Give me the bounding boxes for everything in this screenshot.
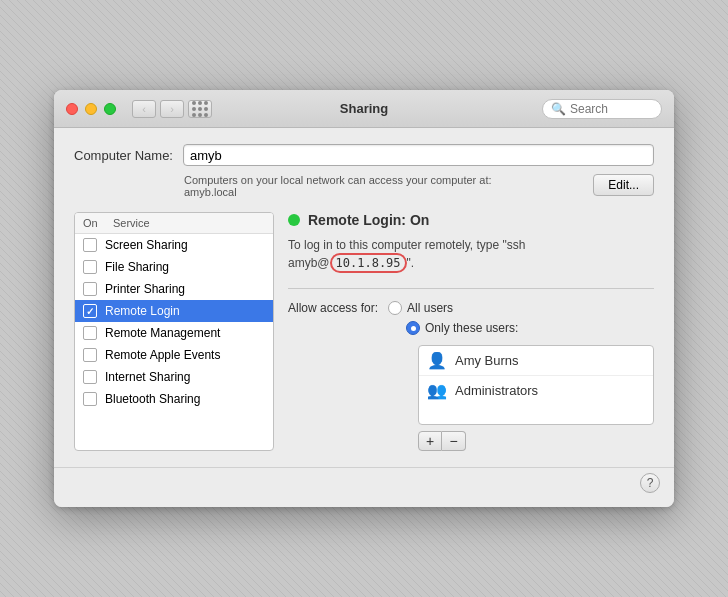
- computer-name-label: Computer Name:: [74, 148, 173, 163]
- radio-all-users-btn[interactable]: [388, 301, 402, 315]
- search-box[interactable]: 🔍: [542, 99, 662, 119]
- close-button[interactable]: [66, 103, 78, 115]
- help-button[interactable]: ?: [640, 473, 660, 493]
- service-item-printer-sharing[interactable]: Printer Sharing: [75, 278, 273, 300]
- radio-only-users-btn[interactable]: [406, 321, 420, 335]
- users-controls: + −: [418, 431, 654, 451]
- file-sharing-label: File Sharing: [105, 260, 169, 274]
- edit-button[interactable]: Edit...: [593, 174, 654, 196]
- internet-sharing-checkbox[interactable]: [83, 370, 97, 384]
- right-panel: Remote Login: On To log in to this compu…: [288, 212, 654, 451]
- ssh-instruction: To log in to this computer remotely, typ…: [288, 236, 654, 272]
- window-title: Sharing: [340, 101, 388, 116]
- internet-sharing-label: Internet Sharing: [105, 370, 190, 384]
- traffic-lights: [66, 103, 116, 115]
- service-item-remote-management[interactable]: Remote Management: [75, 322, 273, 344]
- main-window: ‹ › Sharing 🔍 Computer Name: Computers o…: [54, 90, 674, 507]
- access-label: Allow access for:: [288, 301, 378, 315]
- screen-sharing-label: Screen Sharing: [105, 238, 188, 252]
- ssh-command: 10.1.8.95: [330, 253, 407, 273]
- radio-only-users[interactable]: Only these users:: [406, 321, 518, 335]
- screen-sharing-checkbox[interactable]: [83, 238, 97, 252]
- services-header: On Service: [75, 213, 273, 234]
- status-dot-green: [288, 214, 300, 226]
- main-content: Computer Name: Computers on your local n…: [54, 128, 674, 467]
- services-header-on: On: [83, 217, 113, 229]
- computer-name-sub: Computers on your local network can acce…: [74, 174, 654, 198]
- bluetooth-sharing-checkbox[interactable]: [83, 392, 97, 406]
- access-row-only: Only these users:: [288, 321, 654, 335]
- service-item-internet-sharing[interactable]: Internet Sharing: [75, 366, 273, 388]
- access-section: Allow access for: All users Only these u…: [288, 301, 654, 335]
- remote-login-label: Remote Login: [105, 304, 180, 318]
- search-input[interactable]: [570, 102, 660, 116]
- grid-icon: [192, 101, 208, 117]
- remote-login-checkbox[interactable]: [83, 304, 97, 318]
- service-item-screen-sharing[interactable]: Screen Sharing: [75, 234, 273, 256]
- search-icon: 🔍: [551, 102, 566, 116]
- user-icon-admins: 👥: [427, 381, 447, 400]
- printer-sharing-label: Printer Sharing: [105, 282, 185, 296]
- services-header-service: Service: [113, 217, 150, 229]
- nav-buttons: ‹ ›: [132, 100, 184, 118]
- remove-user-button[interactable]: −: [442, 431, 466, 451]
- computer-name-row: Computer Name:: [74, 144, 654, 166]
- minimize-button[interactable]: [85, 103, 97, 115]
- ssh-text-after: ".: [407, 256, 415, 270]
- remote-apple-events-label: Remote Apple Events: [105, 348, 220, 362]
- file-sharing-checkbox[interactable]: [83, 260, 97, 274]
- radio-only-users-label: Only these users:: [425, 321, 518, 335]
- service-item-bluetooth-sharing[interactable]: Bluetooth Sharing: [75, 388, 273, 410]
- users-box: 👤 Amy Burns 👥 Administrators: [418, 345, 654, 425]
- service-item-remote-apple-events[interactable]: Remote Apple Events: [75, 344, 273, 366]
- user-name-admins: Administrators: [455, 383, 538, 398]
- titlebar: ‹ › Sharing 🔍: [54, 90, 674, 128]
- service-item-remote-login[interactable]: Remote Login: [75, 300, 273, 322]
- user-icon-amy: 👤: [427, 351, 447, 370]
- access-row: Allow access for: All users: [288, 301, 654, 315]
- add-user-button[interactable]: +: [418, 431, 442, 451]
- bottom-bar: ?: [54, 467, 674, 507]
- services-list: On Service Screen Sharing File Sharing P…: [74, 212, 274, 451]
- maximize-button[interactable]: [104, 103, 116, 115]
- back-button[interactable]: ‹: [132, 100, 156, 118]
- radio-all-users-label: All users: [407, 301, 453, 315]
- remote-management-checkbox[interactable]: [83, 326, 97, 340]
- user-item-amy[interactable]: 👤 Amy Burns: [419, 346, 653, 375]
- printer-sharing-checkbox[interactable]: [83, 282, 97, 296]
- main-area: On Service Screen Sharing File Sharing P…: [74, 212, 654, 451]
- ip-address: 10.1.8.95: [336, 256, 401, 270]
- bluetooth-sharing-label: Bluetooth Sharing: [105, 392, 200, 406]
- remote-apple-events-checkbox[interactable]: [83, 348, 97, 362]
- computer-name-input[interactable]: [183, 144, 654, 166]
- separator: [288, 288, 654, 289]
- computer-name-desc: Computers on your local network can acce…: [184, 174, 593, 198]
- remote-login-status: Remote Login: On: [288, 212, 654, 228]
- user-item-administrators[interactable]: 👥 Administrators: [419, 375, 653, 405]
- service-item-file-sharing[interactable]: File Sharing: [75, 256, 273, 278]
- remote-management-label: Remote Management: [105, 326, 220, 340]
- radio-all-users[interactable]: All users: [388, 301, 453, 315]
- status-title: Remote Login: On: [308, 212, 429, 228]
- grid-view-button[interactable]: [188, 100, 212, 118]
- user-name-amy: Amy Burns: [455, 353, 519, 368]
- forward-button[interactable]: ›: [160, 100, 184, 118]
